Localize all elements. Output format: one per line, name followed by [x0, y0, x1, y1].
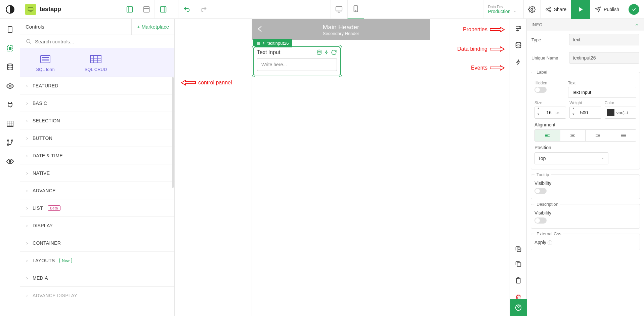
weight-input[interactable]: ▲▼: [569, 107, 601, 119]
type-input[interactable]: [569, 34, 639, 45]
help-button[interactable]: [510, 299, 527, 316]
hidden-toggle[interactable]: [534, 87, 547, 93]
dataenv-value: Production: [488, 9, 511, 14]
properties-panel: INFO Type Unique Name Label Hidden Text: [526, 19, 644, 316]
paste-button[interactable]: [515, 277, 522, 284]
label-text-input[interactable]: [568, 87, 636, 98]
rail-plugin[interactable]: [4, 99, 16, 111]
svg-point-28: [258, 43, 259, 44]
description-group: Description Visibility: [531, 202, 640, 229]
widget-input[interactable]: [257, 58, 337, 71]
chevron-up-icon: [635, 23, 639, 27]
uname-input[interactable]: [569, 52, 639, 64]
controls-search[interactable]: [20, 35, 174, 48]
svg-rect-19: [7, 144, 9, 145]
svg-rect-11: [8, 27, 12, 33]
settings-button[interactable]: [523, 0, 540, 19]
cat-display[interactable]: ›DISPLAY: [20, 217, 174, 234]
cat-featured[interactable]: ›FEATURED: [20, 77, 174, 94]
textinput-widget[interactable]: Text Input: [253, 46, 341, 76]
align-center[interactable]: [560, 130, 586, 141]
annotation-databinding: Data binding: [457, 46, 505, 52]
rail-data[interactable]: [4, 61, 16, 73]
device-desktop-button[interactable]: [331, 0, 347, 19]
layout-header-button[interactable]: [138, 0, 155, 19]
cat-layouts[interactable]: ›LAYOUTSNew: [20, 252, 174, 269]
stepper-down[interactable]: ▼: [570, 113, 577, 119]
quick-sql-form[interactable]: SQL form: [20, 48, 71, 77]
info-icon[interactable]: i: [548, 240, 552, 245]
play-icon: [577, 6, 584, 13]
stepper-down[interactable]: ▼: [535, 113, 542, 119]
share-button[interactable]: Share: [540, 0, 571, 19]
undo-button[interactable]: [178, 0, 195, 19]
rail-preview[interactable]: [4, 155, 16, 167]
publish-button[interactable]: Publish: [590, 0, 624, 19]
svg-point-32: [259, 44, 260, 45]
svg-point-27: [257, 43, 258, 44]
preview-button[interactable]: [571, 0, 590, 19]
rail-workflow[interactable]: [4, 136, 16, 149]
rail-visibility[interactable]: [4, 80, 16, 92]
position-select[interactable]: Top: [534, 152, 608, 164]
stepper-up[interactable]: ▲: [535, 107, 542, 113]
data-env-selector[interactable]: Data Env Production: [483, 0, 523, 19]
svg-rect-2: [143, 6, 149, 12]
topbar: testapp Data Env Production Share: [0, 0, 644, 19]
layout-panel-button[interactable]: [155, 0, 171, 19]
cat-selection[interactable]: ›SELECTION: [20, 112, 174, 129]
tooltip-visibility-toggle[interactable]: [534, 188, 547, 194]
canvas[interactable]: control pannel Main Header Secondary Hea…: [175, 19, 510, 316]
device-mobile-button[interactable]: [347, 0, 364, 19]
color-swatch: [607, 109, 614, 116]
cat-basic[interactable]: ›BASIC: [20, 94, 174, 112]
cat-advdisplay[interactable]: ›ADVANCE DISPLAY: [20, 287, 174, 304]
cat-list[interactable]: ›LISTBeta: [20, 199, 174, 217]
left-rail: [0, 19, 20, 316]
svg-point-25: [258, 42, 259, 43]
svg-rect-23: [90, 55, 101, 63]
tab-databinding[interactable]: [515, 42, 522, 49]
quick-sql-crud[interactable]: SQL CRUD: [71, 48, 121, 77]
redo-button[interactable]: [195, 0, 212, 19]
marketplace-link[interactable]: + Marketplace: [131, 19, 174, 35]
bolt-icon[interactable]: [324, 49, 329, 55]
chevron-down-icon: [601, 156, 605, 160]
svg-rect-16: [7, 121, 13, 126]
database-icon[interactable]: [316, 49, 322, 55]
tab-properties[interactable]: [515, 25, 522, 32]
size-input[interactable]: ▲▼ px: [534, 107, 566, 119]
controls-search-input[interactable]: [35, 39, 169, 44]
align-left[interactable]: [535, 130, 560, 141]
cat-button[interactable]: ›BUTTON: [20, 129, 174, 147]
rail-pages[interactable]: [4, 24, 16, 36]
svg-point-31: [258, 44, 259, 45]
rail-table[interactable]: [4, 118, 16, 130]
cat-media[interactable]: ›MEDIA: [20, 269, 174, 287]
align-justify[interactable]: [611, 130, 636, 141]
color-input[interactable]: var(--t: [605, 107, 636, 119]
status-indicator[interactable]: [629, 4, 639, 15]
cat-native[interactable]: ›NATIVE: [20, 164, 174, 182]
scrollbar[interactable]: [172, 77, 174, 188]
duplicate-button[interactable]: [515, 245, 522, 253]
layout-sidebar-button[interactable]: [121, 0, 138, 19]
svg-rect-1: [127, 6, 132, 12]
share-label: Share: [554, 7, 566, 12]
brand-logo[interactable]: [0, 5, 20, 14]
svg-point-9: [546, 8, 548, 10]
form-icon: [39, 54, 52, 64]
rail-controls[interactable]: [4, 42, 16, 54]
tab-events[interactable]: [515, 58, 521, 66]
stepper-up[interactable]: ▲: [570, 107, 577, 113]
refresh-icon[interactable]: [331, 49, 337, 55]
main-area: Controls + Marketplace SQL form SQL CRUD…: [0, 19, 644, 316]
cat-advance[interactable]: ›ADVANCE: [20, 182, 174, 199]
app-switcher[interactable]: testapp: [20, 4, 87, 15]
cat-container[interactable]: ›CONTAINER: [20, 234, 174, 252]
copy-button[interactable]: [515, 260, 522, 268]
cat-datetime[interactable]: ›DATE & TIME: [20, 147, 174, 164]
section-info-header[interactable]: INFO: [527, 19, 644, 31]
align-right[interactable]: [586, 130, 611, 141]
description-visibility-toggle[interactable]: [534, 218, 547, 224]
